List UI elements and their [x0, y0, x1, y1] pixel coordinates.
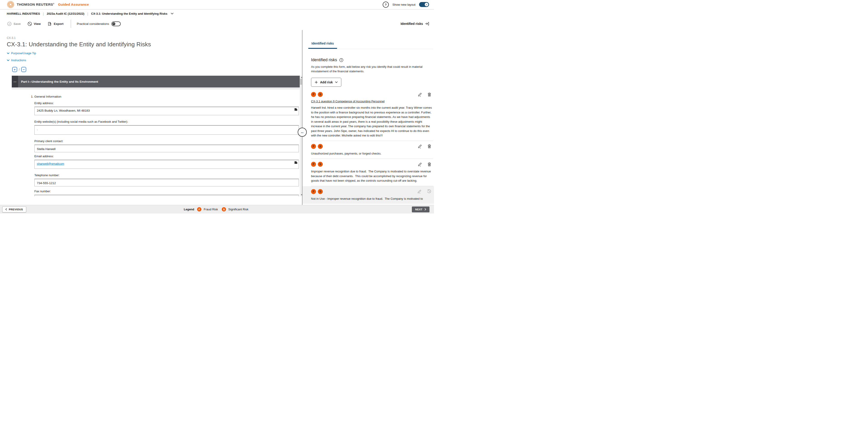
purpose-usage-tip-link[interactable]: Purpose/Usage Tip [7, 52, 36, 55]
scroll-down-arrow[interactable] [300, 193, 302, 196]
risk-text: Unauthorized purchases, payments, or for… [311, 152, 433, 156]
legend: Legend F Fraud Risk S Significant Risk [184, 207, 250, 211]
fraud-risk-badge: F [197, 207, 202, 211]
section-divider [12, 88, 300, 90]
resize-handle-icon[interactable]: ↔ [298, 128, 307, 137]
expand-all-button[interactable]: + [12, 67, 17, 72]
export-document-icon [48, 22, 52, 26]
section-heading: 1. General Information [31, 95, 300, 98]
chevron-down-icon [335, 81, 338, 83]
field-input[interactable] [34, 195, 299, 196]
pane-splitter[interactable]: ↔ [302, 30, 303, 205]
open-panel-arrow-icon [425, 22, 429, 26]
practical-considerations-label: Practical considerations [77, 22, 109, 26]
risk-pane-tabs: Identified risks [311, 41, 433, 49]
view-button[interactable]: View [28, 22, 41, 26]
identified-risks-heading: Identified risks [311, 58, 337, 62]
plus-icon [315, 81, 318, 84]
scroll-up-arrow[interactable] [300, 76, 302, 79]
registered-mark: ® [53, 3, 55, 5]
content-area: CX-3.1 CX-3.1: Understanding the Entity … [0, 30, 434, 205]
delete-risk-icon[interactable] [428, 92, 431, 97]
document-toolbar: Save View Export Practical consideration… [0, 18, 434, 30]
field-input[interactable]: . [34, 125, 299, 135]
field-input[interactable]: 734-555-1212 [34, 179, 299, 186]
field-label: Entity website(s) (including social medi… [34, 120, 300, 123]
thomson-reuters-sunburst-icon [7, 1, 14, 8]
form-field: Telephone number: 734-555-1212 [34, 173, 300, 186]
help-icon[interactable]: ? [383, 2, 389, 8]
field-input[interactable]: Stella Harwell [34, 144, 299, 152]
field-label: Telephone number: [34, 173, 300, 177]
breadcrumb: HARWELL INDUSTRIES | 2023a Audit IC (12/… [0, 10, 434, 18]
chevron-down-icon [7, 59, 9, 61]
top-app-bar: THOMSON REUTERS® Guided Assurance ? Show… [0, 0, 434, 10]
identified-risks-panel-link[interactable]: Identified risks [401, 22, 429, 26]
tab-identified-risks[interactable]: Identified risks [308, 41, 337, 49]
export-button[interactable]: Export [48, 22, 64, 26]
risk-item: F S CX-3.1 question 9 Competence of Acco… [311, 89, 433, 141]
breadcrumb-separator: | [87, 12, 88, 15]
risk-text: Harwell Ind. hired a new controller six … [311, 105, 433, 138]
significant-risk-badge: S [318, 162, 323, 167]
check-circle-icon [7, 22, 11, 26]
risk-item: F S Not in Use - Improper revenue recogn… [303, 186, 434, 204]
legend-title: Legend [184, 208, 194, 211]
breadcrumb-engagement[interactable]: 2023a Audit IC (12/31/2022) [47, 12, 84, 15]
attached-note-icon[interactable] [294, 196, 298, 196]
field-label: Entity address: [34, 101, 300, 105]
info-icon[interactable] [339, 58, 343, 62]
significant-risk-badge: S [318, 92, 323, 97]
field-label: Email address: [34, 155, 300, 158]
instructions-link[interactable]: Instructions [7, 59, 26, 62]
restore-risk-icon[interactable] [427, 189, 431, 194]
risk-text: Not in Use - Improper revenue recognitio… [311, 197, 433, 201]
form-field: Primary client contact: Stella Harwell [34, 139, 300, 152]
collapse-section-button[interactable]: — [12, 76, 18, 88]
field-label: Primary client contact: [34, 139, 300, 143]
slashed-circle-icon [28, 22, 32, 26]
collapse-all-button[interactable]: − [21, 67, 26, 72]
significant-risk-badge: S [318, 144, 323, 149]
practical-considerations-toggle[interactable]: ✕ [112, 22, 121, 26]
field-input[interactable]: 2425 Buddy Ln, Woodhaven, MI 48183 [34, 107, 299, 115]
form-field: Entity address: 2425 Buddy Ln, Woodhaven… [34, 101, 300, 115]
brand-name: THOMSON REUTERS® [17, 2, 55, 6]
save-button[interactable]: Save [7, 22, 21, 26]
scrollbar-thumb[interactable] [300, 79, 302, 85]
edit-risk-icon[interactable] [418, 92, 422, 97]
show-new-layout-toggle[interactable]: ✓ [419, 2, 429, 7]
email-link[interactable]: sharwell@gmailcom [37, 162, 64, 165]
edit-risk-icon[interactable] [418, 144, 422, 149]
delete-risk-icon[interactable] [428, 162, 431, 166]
page-title: CX-3.1: Understanding the Entity and Ide… [7, 41, 302, 48]
edit-risk-icon[interactable] [417, 189, 422, 194]
part-1-title: Part I—Understanding the Entity and Its … [18, 76, 300, 88]
field-input[interactable]: sharwell@gmailcom [34, 160, 299, 169]
risk-item: F S Unauthorized purchases, payments, or… [311, 141, 433, 159]
fraud-risk-badge: F [311, 92, 316, 97]
next-button[interactable]: NEXT [412, 206, 430, 212]
breadcrumb-separator: | [43, 12, 44, 15]
edit-risk-icon[interactable] [418, 162, 422, 166]
toolbar-divider [71, 20, 71, 28]
form-field: Email address: sharwell@gmailcom [34, 155, 300, 169]
add-risk-button[interactable]: Add risk [311, 78, 341, 87]
risk-title[interactable]: CX-3.1 question 9 Competence of Accounti… [311, 100, 433, 103]
attached-note-icon[interactable] [294, 108, 298, 111]
risk-item: F S Improper revenue recognition due to … [311, 159, 433, 186]
toggle-x-icon: ✕ [112, 22, 115, 25]
expand-separator: / [19, 68, 20, 71]
breadcrumb-document[interactable]: CX-3.1: Understanding the Entity and Ide… [91, 12, 167, 15]
breadcrumb-client[interactable]: HARWELL INDUSTRIES [7, 12, 40, 15]
chevron-down-icon[interactable] [170, 13, 174, 14]
identified-risks-pane: Identified risks Identified risks As you… [303, 30, 434, 205]
chevron-down-icon [7, 53, 9, 54]
fraud-risk-badge: F [311, 189, 316, 194]
attached-note-icon[interactable] [294, 161, 298, 164]
significant-risk-badge: S [318, 189, 323, 194]
fraud-risk-badge: F [311, 162, 316, 167]
delete-risk-icon[interactable] [428, 144, 431, 149]
previous-button[interactable]: PREVIOUS [2, 206, 26, 212]
fraud-risk-badge: F [311, 144, 316, 149]
